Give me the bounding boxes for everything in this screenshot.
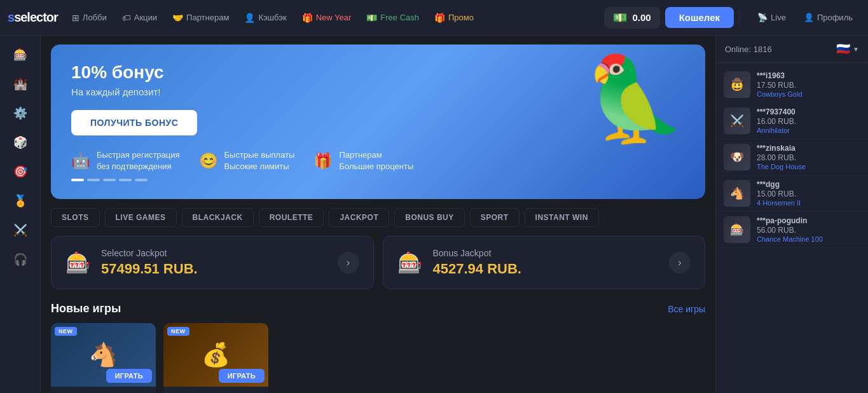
jackpot-amount-0: 57499.51 RUB. — [101, 261, 327, 277]
feed-amount-3: 15.00 RUB. — [757, 190, 860, 198]
money-icon: 💵 — [613, 11, 627, 25]
new-games-header: Новые игры Все игры — [51, 302, 705, 315]
feature-robot-icon: 🤖 — [71, 152, 90, 170]
flag-icon: 🇷🇺 — [836, 42, 850, 56]
feed-amount-1: 16.00 RUB. — [757, 117, 860, 126]
tab-blackjack[interactable]: BLACKJACK — [182, 208, 254, 227]
jackpot-arrow-0[interactable]: › — [338, 252, 359, 273]
tab-bonus-buy[interactable]: BONUS BUY — [394, 208, 465, 227]
feed-item-1: ⚔️ ***7937400 16.00 RUB. Annihilator — [716, 103, 868, 139]
banner-cta-button[interactable]: ПОЛУЧИТЬ БОНУС — [71, 110, 197, 135]
dot-2[interactable] — [103, 179, 116, 181]
jackpot-arrow-1[interactable]: › — [669, 252, 691, 273]
dot-1[interactable] — [87, 179, 100, 181]
game-thumb-1: 💰 NEW ИГРАТЬ — [163, 323, 268, 387]
sidebar-dice[interactable]: 🎲 — [8, 130, 33, 155]
dot-4[interactable] — [135, 179, 148, 181]
sidebar-support[interactable]: 🎧 — [8, 247, 33, 272]
feed-game-4[interactable]: Chance Machine 100 — [757, 235, 860, 243]
jackpot-card-0: 🎰 Selector Jackpot 57499.51 RUB. › — [51, 236, 374, 289]
feed-user-2: ***zinskaia — [757, 144, 860, 153]
feed-game-2[interactable]: The Dog House — [757, 163, 860, 170]
sidebar-slots[interactable]: 🎰 — [8, 42, 33, 67]
dot-3[interactable] — [119, 179, 132, 181]
live-icon: 📡 — [757, 13, 768, 22]
feed-thumb-3: 🐴 — [724, 180, 750, 207]
banner-features: 🤖 Быстрая регистрация без подтверждения … — [71, 149, 685, 172]
flag-button[interactable]: 🇷🇺 ▼ — [836, 42, 859, 56]
feed-item-2: 🐶 ***zinskaia 28.00 RUB. The Dog House — [716, 139, 868, 176]
profile-icon: 👤 — [804, 13, 814, 22]
feed-amount-2: 28.00 RUB. — [757, 153, 860, 162]
feature-smile-icon: 😊 — [199, 152, 218, 170]
game-card-1[interactable]: 💰 NEW ИГРАТЬ Regal Streak — [163, 323, 268, 393]
live-feed: 🤠 ***i1963 17.50 RUB. Cowboys Gold ⚔️ **… — [716, 63, 868, 393]
sidebar-swords[interactable]: ⚔️ — [8, 217, 33, 243]
sidebar-medal[interactable]: 🏅 — [8, 188, 33, 214]
banner-bird-decoration: 🦜 — [583, 51, 686, 148]
jackpot-card-1: 🎰 Bonus Jackpot 4527.94 RUB. › — [383, 236, 706, 289]
play-button-1[interactable]: ИГРАТЬ — [219, 369, 265, 383]
nav-newyear[interactable]: 🎁 New Year — [296, 9, 358, 27]
lobby-icon: ⊞ — [72, 13, 79, 23]
nav-live[interactable]: 📡 Live — [750, 9, 794, 26]
cashback-icon: 👤 — [244, 13, 255, 23]
feed-thumb-1: ⚔️ — [724, 107, 750, 134]
feed-game-1[interactable]: Annihilator — [757, 127, 860, 134]
tab-instant-win[interactable]: INSTANT WIN — [525, 208, 599, 227]
feed-game-3[interactable]: 4 Horsemen II — [757, 199, 860, 207]
nav-freecash[interactable]: 💵 Free Cash — [360, 9, 425, 27]
sidebar-castle[interactable]: 🏰 — [8, 71, 33, 97]
feed-game-0[interactable]: Cowboys Gold — [757, 90, 860, 98]
tab-roulette[interactable]: ROULETTE — [259, 208, 324, 227]
jackpot-label-0: Selector Jackpot — [101, 248, 327, 258]
jackpot-label-1: Bonus Jackpot — [433, 248, 659, 258]
left-sidebar: 🎰 🏰 ⚙️ 🎲 🎯 🏅 ⚔️ 🎧 — [0, 36, 41, 393]
sidebar-settings[interactable]: ⚙️ — [8, 100, 33, 126]
chevron-down-icon: ▼ — [853, 46, 859, 53]
promo-icon: 🎁 — [434, 13, 445, 23]
feed-item-4: 🎰 ***pa-pogudin 56.00 RUB. Chance Machin… — [716, 212, 868, 248]
game-icon-0: 🐴 — [89, 341, 118, 368]
game-tabs: SLOTS LIVE GAMES BLACKJACK ROULETTE JACK… — [51, 208, 705, 227]
jackpots-section: 🎰 Selector Jackpot 57499.51 RUB. › 🎰 Bon… — [51, 236, 705, 289]
new-games-title: Новые игры — [51, 302, 121, 315]
feed-thumb-2: 🐶 — [724, 144, 750, 170]
play-button-0[interactable]: ИГРАТЬ — [106, 369, 152, 383]
tab-jackpot[interactable]: JACKPOT — [329, 208, 389, 227]
tab-live-games[interactable]: LIVE GAMES — [105, 208, 177, 227]
nav-cashback[interactable]: 👤 Кэшбэк — [238, 9, 293, 27]
feature-gift-icon: 🎁 — [313, 152, 333, 170]
feed-thumb-0: 🤠 — [724, 71, 750, 98]
game-title-1: Regal Streak — [163, 387, 268, 393]
newyear-icon: 🎁 — [302, 13, 313, 23]
feed-amount-4: 56.00 RUB. — [757, 226, 860, 235]
banner-dots — [71, 179, 685, 181]
balance-value: 0.00 — [632, 12, 651, 23]
nav-partners[interactable]: 🤝 Партнерам — [166, 9, 235, 27]
nav-promo[interactable]: 🎁 Промо — [428, 9, 480, 27]
banner-feature-1: 😊 Быстрые выплаты Высокие лимиты — [199, 149, 295, 172]
logo[interactable]: sselector — [8, 10, 58, 25]
banner-feature-2: 🎁 Партнерам Большие проценты — [313, 149, 413, 172]
feed-item-3: 🐴 ***dgg 15.00 RUB. 4 Horsemen II — [716, 176, 868, 212]
game-card-0[interactable]: 🐴 NEW ИГРАТЬ Miner Donkey Trouble — [51, 323, 156, 393]
freecash-icon: 💵 — [366, 13, 377, 23]
dot-0[interactable] — [71, 179, 84, 181]
wallet-button[interactable]: Кошелек — [665, 7, 734, 28]
partners-icon: 🤝 — [172, 13, 183, 23]
game-icon-1: 💰 — [202, 341, 230, 368]
nav-akcii[interactable]: 🏷 Акции — [116, 9, 163, 27]
tab-sport[interactable]: SPORT — [470, 208, 520, 227]
all-games-link[interactable]: Все игры — [668, 304, 705, 314]
nav-lobby[interactable]: ⊞ Лобби — [65, 9, 113, 27]
nav-profile[interactable]: 👤 Профиль — [796, 9, 860, 26]
game-thumb-0: 🐴 NEW ИГРАТЬ — [51, 323, 156, 387]
feed-user-4: ***pa-pogudin — [757, 216, 860, 225]
right-panel-header: Online: 1816 🇷🇺 ▼ — [716, 36, 868, 63]
tab-slots[interactable]: SLOTS — [51, 208, 100, 227]
right-panel: Online: 1816 🇷🇺 ▼ 🤠 ***i1963 17.50 RUB. … — [715, 36, 868, 393]
akcii-icon: 🏷 — [122, 13, 131, 23]
sidebar-target[interactable]: 🎯 — [8, 159, 33, 184]
jackpot-slot-icon-0: 🎰 — [65, 251, 91, 275]
